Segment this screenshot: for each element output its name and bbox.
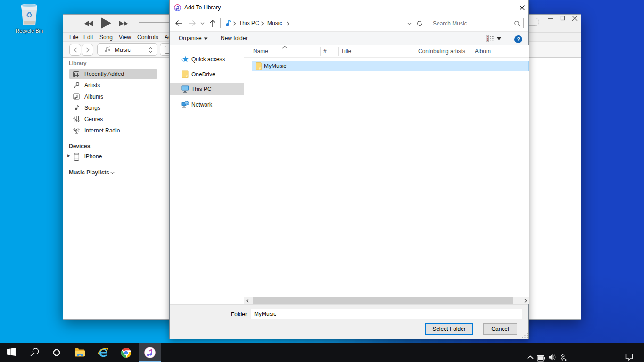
svg-text:♻: ♻: [26, 11, 33, 19]
